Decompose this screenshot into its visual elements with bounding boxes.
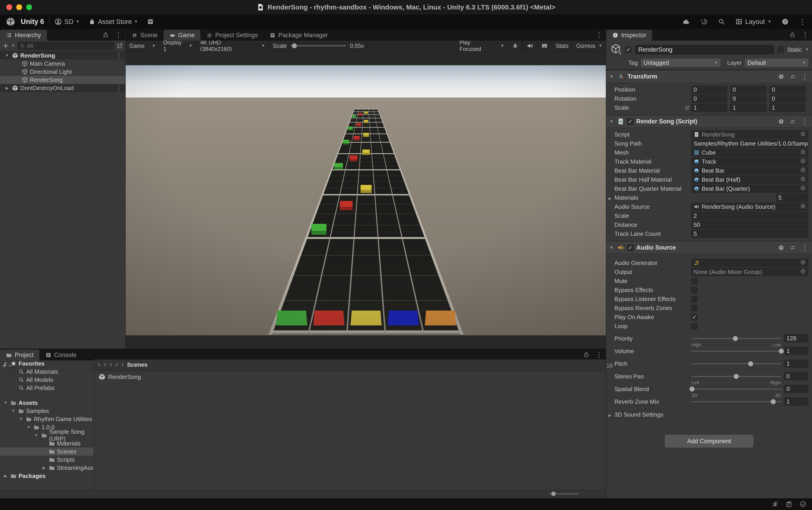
object-picker-icon[interactable] — [800, 149, 806, 157]
object-picker-icon[interactable] — [800, 185, 806, 193]
hierarchy-item-rendersong[interactable]: ▼ RenderSong ⋮ — [0, 52, 125, 60]
position-x-field[interactable]: 0 — [691, 86, 727, 94]
breadcrumb-chevron-icon[interactable] — [96, 362, 102, 367]
output-object-field[interactable]: None (Audio Mixer Group) — [691, 268, 808, 276]
help-icon[interactable]: ? — [781, 18, 789, 26]
project-tree-item-favorites[interactable]: ▼ Favorites — [0, 360, 94, 368]
foldout-icon[interactable]: ▶ — [41, 465, 47, 470]
breadcrumb-chevron-icon[interactable] — [102, 362, 108, 367]
distance-field[interactable]: 50 — [691, 221, 808, 229]
breadcrumb-current[interactable]: Scenes — [127, 361, 148, 368]
lock-icon[interactable] — [583, 351, 590, 358]
add-component-button[interactable]: Add Component — [665, 435, 753, 448]
rotation-x-field[interactable]: 0 — [691, 94, 727, 103]
mute-checkbox[interactable] — [691, 278, 698, 284]
object-picker-icon[interactable] — [800, 176, 806, 183]
project-tree-item-scenes[interactable]: Scenes — [0, 448, 94, 456]
object-picker-icon[interactable] — [800, 268, 806, 276]
script-object-field[interactable]: # RenderSong — [691, 131, 808, 139]
resolution-dropdown[interactable]: 4K UHD (3840x2160)▼ — [197, 40, 269, 51]
project-tree-item-all-materials[interactable]: All Materials — [0, 368, 94, 376]
rotation-z-field[interactable]: 0 — [770, 94, 806, 103]
foldout-icon[interactable]: ▼ — [10, 409, 16, 413]
vsync-button[interactable] — [538, 40, 551, 51]
pitch-value-field[interactable]: 1 — [784, 360, 808, 368]
project-tree-item-all-prefabs[interactable]: All Prefabs — [0, 384, 94, 392]
static-checkbox[interactable] — [778, 47, 784, 53]
audio-source-component-header[interactable]: ▼ ✓ Audio Source ? ⋮ — [606, 241, 812, 254]
project-tree-item-scripts[interactable]: Scripts — [0, 456, 94, 464]
tab-hierarchy[interactable]: Hierarchy — [0, 30, 47, 40]
mute-audio-button[interactable] — [523, 40, 537, 51]
project-tree-item-rhythm-game-utilities[interactable]: ▼ Rhythm Game Utilities — [0, 415, 94, 423]
gameobject-active-checkbox[interactable]: ✓ — [625, 47, 632, 53]
rotation-y-field[interactable]: 0 — [730, 94, 766, 103]
object-picker-icon[interactable] — [800, 167, 806, 174]
cloud-icon[interactable] — [682, 18, 690, 26]
hierarchy-item-dontdestroyonload[interactable]: ▶ DontDestroyOnLoad ⋮ — [0, 84, 125, 92]
project-tree-item-all-models[interactable]: All Models — [0, 376, 94, 384]
debugger-disabled-icon[interactable] — [772, 501, 779, 508]
audio-generator-object-field[interactable] — [691, 259, 808, 267]
create-object-caret[interactable]: ▼ — [11, 44, 15, 48]
reverb-zone-mix-value-field[interactable]: 1 — [784, 397, 808, 405]
presets-icon[interactable] — [790, 74, 796, 80]
debug-button[interactable] — [508, 40, 522, 51]
hierarchy-item-main-camera[interactable]: Main Camera — [0, 60, 125, 68]
close-window-button[interactable] — [6, 4, 12, 10]
presets-icon[interactable] — [790, 245, 796, 251]
tab-scene[interactable]: Scene — [126, 30, 163, 40]
foldout-icon[interactable]: ▼ — [3, 401, 8, 405]
mesh-object-field[interactable]: Cube — [691, 148, 808, 157]
help-icon[interactable]: ? — [778, 245, 784, 251]
foldout-icon[interactable]: ▼ — [609, 119, 614, 124]
breadcrumb-chevron-icon[interactable] — [114, 362, 119, 367]
tab-project[interactable]: Project — [0, 349, 39, 360]
project-tree-item-packages[interactable]: ▶ Packages — [0, 472, 94, 480]
scale-slider[interactable] — [291, 45, 346, 47]
play-on-awake-checkbox[interactable]: ✓ — [691, 314, 698, 320]
tab-game[interactable]: Game — [163, 30, 201, 40]
tag-dropdown[interactable]: Untagged▼ — [640, 58, 721, 67]
help-icon[interactable]: ? — [778, 74, 784, 80]
hierarchy-search-input[interactable] — [27, 42, 112, 50]
display-dropdown[interactable]: Display 1▼ — [160, 40, 196, 51]
scale-x-field[interactable]: 1 — [691, 104, 727, 112]
object-picker-icon[interactable] — [800, 259, 806, 267]
component-menu-icon[interactable]: ⋮ — [801, 243, 808, 252]
spatial-blend-value-field[interactable]: 0 — [784, 385, 808, 393]
priority-slider[interactable]: HighLow — [691, 334, 781, 343]
component-enabled-checkbox[interactable]: ✓ — [627, 118, 634, 125]
static-dropdown-caret[interactable]: ▼ — [805, 47, 809, 52]
materials-size-field[interactable]: 5 — [776, 194, 808, 202]
audio-source-object-field[interactable]: RenderSong (Audio Source) — [691, 203, 808, 211]
gameobject-name-field[interactable]: RenderSong — [635, 45, 774, 54]
gizmos-dropdown[interactable]: Gizmos▼ — [572, 40, 606, 51]
reverb-zone-mix-slider[interactable] — [691, 397, 781, 406]
loop-checkbox[interactable] — [691, 323, 698, 330]
hierarchy-item-rendersong[interactable]: RenderSong — [0, 76, 125, 84]
component-enabled-checkbox[interactable]: ✓ — [627, 245, 634, 251]
panel-menu-icon[interactable]: ⋮ — [596, 30, 603, 39]
song-path-field[interactable]: Samples/Rhythm Game Utilities/1.0.0/Samp… — [691, 139, 808, 148]
component-menu-icon[interactable]: ⋮ — [801, 72, 808, 81]
scale-y-field[interactable]: 1 — [730, 104, 766, 112]
hierarchy-item-directional-light[interactable]: Directional Light — [0, 68, 125, 76]
foldout-icon[interactable]: ▼ — [609, 74, 614, 79]
account-dropdown[interactable]: SD▼ — [54, 18, 80, 26]
search-picker-icon[interactable] — [117, 42, 123, 49]
object-picker-icon[interactable] — [800, 203, 806, 210]
item-options-icon[interactable]: ⋮ — [116, 84, 122, 92]
component-menu-icon[interactable]: ⋮ — [801, 117, 808, 126]
tab-console[interactable]: Console — [39, 349, 82, 360]
lock-icon[interactable] — [102, 32, 109, 38]
project-tree-item-materials[interactable]: Materials — [0, 440, 94, 448]
layout-dropdown[interactable]: Layout▼ — [735, 18, 772, 26]
presets-icon[interactable] — [790, 118, 796, 124]
item-options-icon[interactable]: ⋮ — [116, 52, 122, 59]
foldout-icon[interactable]: ▼ — [609, 245, 614, 250]
minimize-window-button[interactable] — [16, 4, 22, 10]
project-tree-item-sample-song-urp[interactable]: ▼ Sample Song (URP) — [0, 431, 94, 440]
help-icon[interactable]: ? — [778, 118, 784, 124]
tab-package-manager[interactable]: Package Manager — [264, 30, 334, 40]
